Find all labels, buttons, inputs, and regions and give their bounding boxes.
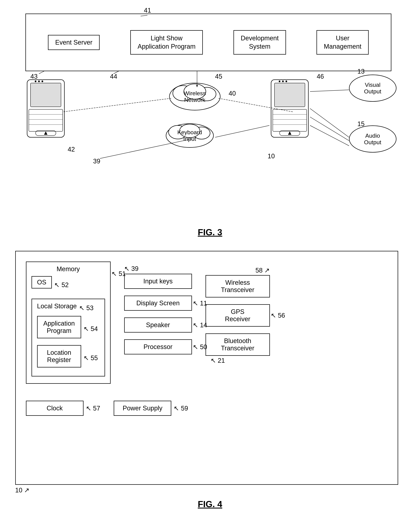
svg-point-22: [282, 81, 284, 82]
label-54: ↖ 54: [83, 325, 98, 333]
power-supply-box: Power Supply: [114, 401, 171, 416]
bluetooth-transceiver-box: BluetoothTransceiver: [205, 333, 270, 356]
app-program-box: ApplicationProgram: [37, 316, 81, 338]
label-21: ↖ 21: [210, 357, 225, 364]
keyboard-input-label: KeyboardInput: [177, 129, 202, 142]
memory-label: Memory: [31, 266, 105, 273]
label-14: ↖ 14: [193, 321, 207, 329]
fig4-diagram: Memory OS ↖ 52 Local Storage ↖ 53: [15, 251, 405, 509]
svg-point-10: [35, 81, 37, 82]
wireless-network-label: WirelessNetwork: [184, 90, 206, 103]
label-13: 13: [358, 68, 365, 75]
processor-box: Processor: [124, 339, 192, 354]
label-10-fig4: 10 ↗: [15, 487, 30, 494]
label-57: ↖ 57: [86, 405, 100, 412]
label-10-fig3: 10: [268, 153, 275, 160]
label-51: ↖ 51: [112, 270, 126, 277]
svg-line-35: [215, 125, 269, 137]
label-11: ↖ 11: [193, 299, 207, 307]
svg-line-40: [310, 125, 349, 146]
label-50: ↖ 50: [193, 343, 207, 351]
os-box: OS: [31, 276, 52, 289]
label-55: ↖ 55: [83, 354, 98, 362]
svg-point-21: [279, 81, 280, 82]
visual-output: VisualOutput: [349, 75, 397, 102]
event-server-box: Event Server: [48, 35, 100, 50]
input-keys-box: Input keys: [124, 274, 192, 289]
svg-line-33: [63, 98, 171, 112]
gps-receiver-box: GPSReceiver: [205, 304, 270, 327]
label-58: 58 ↗: [255, 267, 270, 274]
label-59: ↖ 59: [174, 405, 188, 412]
user-management-box: UserManagement: [316, 30, 369, 55]
label-39-fig4: ↖ 39: [124, 265, 192, 272]
label-41: 41: [144, 7, 151, 14]
svg-point-11: [38, 81, 40, 82]
light-show-box: Light ShowApplication Program: [130, 30, 203, 55]
svg-line-41: [39, 71, 44, 74]
fig3-server-container: Event Server Light ShowApplication Progr…: [25, 14, 391, 71]
svg-rect-9: [30, 83, 61, 107]
wireless-network: WirelessNetwork: [164, 80, 225, 114]
device-left: [25, 78, 66, 140]
label-53: ↖ 53: [79, 304, 94, 312]
audio-output: AudioOutput: [349, 125, 397, 153]
device-right: [269, 78, 310, 140]
local-storage-label: Local Storage: [37, 303, 77, 310]
location-register-box: LocationRegister: [37, 345, 81, 367]
svg-line-38: [310, 108, 349, 137]
svg-line-39: [310, 117, 349, 141]
keyboard-input: KeyboardInput: [164, 122, 218, 153]
wireless-transceiver-box: WirelessTransceiver: [205, 275, 270, 298]
label-39-fig3: 39: [93, 158, 100, 165]
svg-point-12: [42, 81, 43, 82]
label-40: 40: [229, 90, 236, 97]
label-42: 42: [68, 146, 75, 153]
label-45: 45: [215, 73, 222, 80]
fig3-diagram: 41 Event Server Light ShowApplication Pr…: [15, 7, 405, 241]
fig3-title: FIG. 3: [198, 227, 222, 237]
development-system-box: DevelopmentSystem: [233, 30, 286, 55]
label-44: 44: [110, 73, 117, 80]
label-46: 46: [317, 73, 324, 80]
clock-box: Clock: [26, 401, 83, 416]
label-52: ↖ 52: [54, 281, 69, 289]
fig4-title: FIG. 4: [15, 499, 405, 509]
memory-section: Memory OS ↖ 52 Local Storage ↖ 53: [26, 261, 111, 384]
svg-line-37: [310, 90, 349, 92]
svg-point-23: [285, 81, 287, 82]
local-storage-section: Local Storage ↖ 53 ApplicationProgram ↖ …: [31, 299, 105, 376]
display-screen-box: Display Screen: [124, 296, 192, 311]
label-56: ↖ 56: [271, 312, 285, 319]
fig4-outer-box: Memory OS ↖ 52 Local Storage ↖ 53: [15, 251, 398, 485]
svg-rect-20: [274, 83, 305, 107]
speaker-box: Speaker: [124, 317, 192, 333]
